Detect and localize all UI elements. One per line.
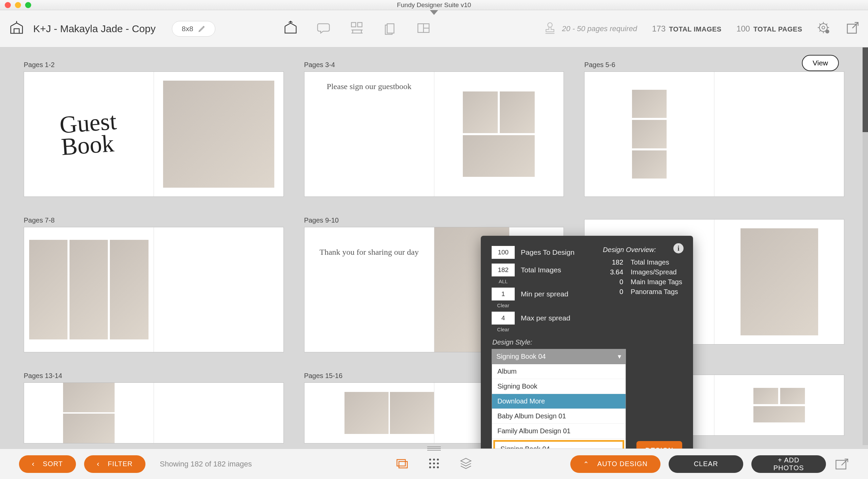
popout-icon[interactable] — [846, 21, 859, 36]
view-button[interactable]: View — [802, 55, 839, 71]
chat-icon[interactable] — [316, 21, 331, 37]
grid-view-icon[interactable] — [428, 457, 440, 471]
photo-placeholder — [344, 392, 389, 434]
photo-collage — [745, 380, 813, 431]
spread-label: Pages 13-14 — [24, 372, 284, 380]
dropdown-selected: Signing Book 04 — [496, 353, 546, 360]
overview-value: 0 — [603, 278, 623, 286]
script-text: Please sign our guestbook — [327, 82, 412, 91]
view-mode-icons — [396, 457, 472, 471]
spread-1-2[interactable]: Pages 1-2 Guest Book — [24, 61, 284, 197]
chevron-down-icon: ▾ — [618, 352, 621, 360]
svg-point-14 — [429, 458, 431, 460]
svg-rect-23 — [836, 460, 846, 469]
clear-max-link[interactable]: Clear — [492, 327, 515, 332]
spread-13-14[interactable]: Pages 13-14 — [24, 372, 284, 443]
cards-icon[interactable] — [383, 21, 398, 37]
spread-5-6[interactable]: Pages 5-6 — [584, 61, 844, 197]
top-toolbar: K+J - Makayla Jade - Copy 8x8 20 - 50 pa… — [0, 10, 868, 47]
total-images-input[interactable] — [492, 264, 515, 276]
dropdown-item-family-album[interactable]: Family Album Design 01 — [492, 424, 626, 439]
photo-collage — [624, 82, 675, 187]
dropdown-item-album[interactable]: Album — [492, 364, 626, 379]
pages-required-text: 20 - 50 pages required — [562, 24, 637, 33]
design-button[interactable]: DESIGN — [636, 441, 682, 449]
overview-value: 182 — [603, 258, 623, 266]
svg-point-15 — [433, 458, 435, 460]
overview-label: Main Image Tags — [631, 278, 682, 286]
overview-title: Design Overview: — [603, 246, 682, 254]
drag-handle-icon[interactable] — [427, 445, 441, 452]
all-link[interactable]: ALL — [492, 278, 515, 284]
svg-point-18 — [433, 462, 435, 464]
sort-button[interactable]: ‹SORT — [19, 455, 76, 473]
designer-mode-icon[interactable] — [283, 21, 298, 37]
total-pages-label: TOTAL PAGES — [753, 25, 802, 33]
sort-label: SORT — [43, 460, 63, 468]
min-per-spread-input[interactable] — [492, 288, 515, 300]
svg-point-10 — [825, 29, 829, 34]
max-per-spread-input[interactable] — [492, 312, 515, 325]
total-pages-count: 100 TOTAL PAGES — [736, 24, 802, 34]
clear-button[interactable]: CLEAR — [669, 455, 743, 473]
dropdown-list: Album Signing Book Download More Baby Al… — [492, 364, 626, 449]
overview-label: Images/Spread — [631, 268, 677, 276]
photo-placeholder — [741, 228, 818, 335]
total-pages-number: 100 — [736, 24, 750, 34]
photo-placeholder — [390, 392, 434, 434]
dropdown-item-signing-book-04[interactable]: Signing Book 04 — [493, 440, 624, 449]
edit-icon — [198, 25, 205, 33]
spread-label: Pages 1-2 — [24, 61, 284, 69]
auto-design-button[interactable]: ⌃AUTO DESIGN — [570, 455, 660, 473]
layers-icon[interactable] — [459, 457, 472, 471]
spread-label: Pages 9-10 — [304, 216, 564, 224]
photo-collage — [29, 240, 148, 339]
script-text: Thank you for sharing our day — [319, 248, 419, 257]
dropdown-arrow-icon[interactable] — [430, 10, 438, 15]
design-overview: Design Overview: 182Total Images 3.64Ima… — [603, 246, 682, 298]
scrollbar-thumb[interactable] — [863, 47, 868, 132]
pages-required: 20 - 50 pages required — [543, 21, 637, 37]
total-images-label: TOTAL IMAGES — [669, 25, 722, 33]
clear-min-link[interactable]: Clear — [492, 303, 515, 308]
overview-value: 3.64 — [603, 268, 623, 276]
chevron-left-icon: ‹ — [32, 460, 35, 468]
mode-icons — [283, 21, 431, 37]
chevron-left-icon: ‹ — [97, 460, 100, 468]
spread-3-4[interactable]: Pages 3-4 Please sign our guestbook — [304, 61, 564, 197]
spread-label: Pages 7-8 — [24, 216, 284, 224]
photo-placeholder — [163, 81, 274, 188]
min-per-spread-label: Min per spread — [521, 290, 568, 298]
titlebar: Fundy Designer Suite v10 — [0, 0, 868, 10]
design-style-dropdown[interactable]: Signing Book 04 ▾ — [492, 349, 626, 364]
svg-point-22 — [437, 466, 439, 468]
total-images-number: 173 — [652, 24, 666, 34]
settings-icon[interactable] — [817, 21, 831, 36]
svg-point-17 — [429, 462, 431, 464]
auto-design-label: AUTO DESIGN — [597, 460, 648, 468]
add-photos-button[interactable]: + ADD PHOTOS — [751, 455, 826, 473]
gallery-wall-icon[interactable] — [350, 21, 364, 37]
app-logo-icon[interactable] — [9, 20, 24, 37]
export-icon[interactable] — [834, 456, 849, 472]
pages-to-design-input[interactable] — [492, 246, 515, 259]
dropdown-item-baby-album[interactable]: Baby Album Design 01 — [492, 409, 626, 424]
dropdown-item-download-more[interactable]: Download More — [492, 394, 626, 409]
svg-point-21 — [433, 466, 435, 468]
spread-label: Pages 3-4 — [304, 61, 564, 69]
svg-point-20 — [429, 466, 431, 468]
filter-button[interactable]: ‹FILTER — [84, 455, 146, 473]
spread-7-8[interactable]: Pages 7-8 — [24, 216, 284, 352]
chevron-up-icon: ⌃ — [583, 460, 589, 468]
total-images-count: 173 TOTAL IMAGES — [652, 24, 722, 34]
overview-label: Total Images — [631, 258, 669, 266]
dropdown-item-signing-book[interactable]: Signing Book — [492, 379, 626, 394]
slideshow-icon[interactable] — [396, 457, 409, 471]
stamp-icon — [543, 21, 557, 37]
layout-icon[interactable] — [416, 21, 431, 37]
total-images-label: Total Images — [521, 266, 561, 274]
overview-value: 0 — [603, 288, 623, 296]
photo-collage — [63, 383, 115, 443]
album-size-pill[interactable]: 8x8 — [172, 21, 215, 37]
svg-point-9 — [822, 26, 825, 29]
